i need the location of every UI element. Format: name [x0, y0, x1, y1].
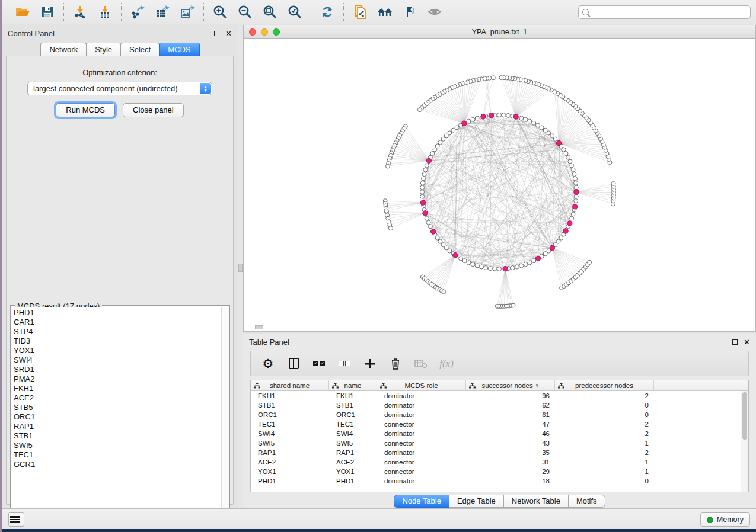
application-window: Control Panel ✕ Network Style Select MCD…: [2, 0, 756, 529]
column-header-predecessor-nodes[interactable]: predecessor nodes: [555, 380, 654, 390]
table-cell: 43: [466, 440, 555, 447]
table-cell: FKH1: [329, 392, 377, 399]
table-row[interactable]: PHD1PHD1dominator180: [251, 476, 741, 486]
vertical-split-divider[interactable]: [238, 25, 243, 508]
control-panel: Control Panel ✕ Network Style Select MCD…: [2, 25, 238, 508]
function-icon[interactable]: f(x): [439, 357, 454, 371]
mcds-result-item[interactable]: CAR1: [14, 318, 221, 327]
float-panel-icon[interactable]: [214, 31, 219, 36]
optimization-criterion-select[interactable]: largest connected component (undirected)…: [27, 82, 212, 95]
table-row[interactable]: YOX1YOX1connector291: [251, 467, 741, 476]
table-row[interactable]: STB1STB1dominator620: [251, 400, 741, 410]
mcds-result-item[interactable]: SWI5: [14, 441, 221, 450]
table-cell: ACE2: [329, 459, 377, 466]
table-cell: SWI5: [251, 440, 329, 447]
search-input[interactable]: [578, 5, 751, 19]
add-icon[interactable]: [363, 357, 377, 371]
column-header-name[interactable]: name: [329, 380, 377, 390]
optimization-criterion-label: Optimization criterion:: [7, 68, 233, 77]
mcds-result-item[interactable]: ACE2: [14, 393, 221, 403]
flag-icon[interactable]: [401, 4, 418, 20]
table-row[interactable]: TEC1TEC1connector472: [251, 419, 741, 429]
import-network-icon[interactable]: [72, 4, 88, 20]
float-panel-icon[interactable]: [732, 339, 738, 345]
gear-icon[interactable]: ⚙: [261, 357, 275, 371]
mcds-result-item[interactable]: PMA2: [14, 374, 221, 384]
table-row[interactable]: ACE2ACE2connector311: [251, 457, 741, 467]
search-icon: [582, 9, 589, 15]
table-row[interactable]: RAP1RAP1dominator352: [251, 448, 741, 457]
tab-select[interactable]: Select: [120, 43, 160, 56]
mcds-result-item[interactable]: SRD1: [14, 365, 221, 374]
export-image-icon[interactable]: [179, 4, 196, 20]
status-bar: Memory: [2, 508, 756, 529]
table-cell: 0: [555, 402, 654, 409]
column-header-shared-name[interactable]: shared name: [251, 380, 329, 390]
close-panel-icon[interactable]: ✕: [225, 31, 232, 36]
save-icon[interactable]: [39, 4, 56, 20]
mcds-result-list[interactable]: PHD1CAR1STP4TID3YOX1SWI4SRD1PMA2FKH1ACE2…: [11, 307, 221, 520]
mcds-result-item[interactable]: TEC1: [14, 450, 221, 460]
mcds-result-item[interactable]: RAP1: [14, 422, 221, 431]
zoom-selected-icon[interactable]: [286, 4, 303, 20]
houses-icon[interactable]: [377, 4, 393, 20]
network-window-titlebar[interactable]: YPA_prune.txt_1: [244, 25, 755, 39]
deselect-checkboxes-icon[interactable]: [337, 357, 352, 371]
select-all-checkboxes-icon[interactable]: ✓✓: [312, 357, 326, 371]
mcds-result-item[interactable]: STB1: [14, 431, 221, 441]
mcds-result-item[interactable]: STP4: [14, 327, 221, 336]
memory-button[interactable]: Memory: [700, 512, 750, 527]
tab-network[interactable]: Network: [40, 43, 87, 56]
mcds-result-item[interactable]: PHD1: [14, 308, 221, 318]
horizontal-split-divider[interactable]: [255, 325, 263, 329]
close-panel-icon[interactable]: ✕: [744, 339, 750, 345]
import-table-icon[interactable]: [97, 4, 113, 20]
mcds-result-item[interactable]: FKH1: [14, 384, 221, 393]
mcds-result-item[interactable]: GCR1: [14, 460, 221, 469]
table-toolbar: ⚙ ✓✓ f(x): [250, 351, 749, 376]
mcds-result-scrollbar[interactable]: [221, 307, 229, 520]
refresh-icon[interactable]: [319, 4, 336, 20]
clone-network-icon[interactable]: [352, 4, 368, 20]
task-history-button[interactable]: [8, 512, 24, 527]
table-cell: 0: [555, 477, 654, 485]
table-cell: connector: [377, 440, 466, 447]
optimization-criterion-value: largest connected component (undirected): [28, 84, 178, 93]
close-panel-button[interactable]: Close panel: [123, 103, 184, 117]
tab-node-table[interactable]: Node Table: [394, 495, 449, 508]
export-network-icon[interactable]: [129, 4, 146, 20]
table-row[interactable]: SWI5SWI5connector431: [251, 438, 741, 448]
zoom-in-icon[interactable]: [212, 4, 228, 20]
table-tabs: Node Table Edge Table Network Table Moti…: [243, 495, 756, 508]
trash-icon[interactable]: [388, 357, 403, 371]
folder-open-icon[interactable]: [14, 4, 31, 20]
column-header-successor-nodes[interactable]: successor nodes∨: [466, 380, 555, 390]
table-cell: connector: [377, 421, 466, 428]
mcds-result-item[interactable]: SWI4: [14, 355, 221, 365]
table-cell: connector: [377, 468, 466, 475]
table-row[interactable]: ORC1ORC1dominator610: [251, 410, 741, 419]
split-columns-icon[interactable]: [286, 357, 301, 371]
export-table-icon[interactable]: [154, 4, 171, 20]
network-canvas[interactable]: [244, 39, 755, 331]
eye-icon[interactable]: [426, 4, 443, 20]
table-row[interactable]: FKH1FKH1dominator962: [251, 391, 741, 400]
memory-label: Memory: [717, 515, 744, 524]
run-mcds-button[interactable]: Run MCDS: [56, 103, 115, 117]
tab-edge-table[interactable]: Edge Table: [449, 495, 504, 508]
tab-mcds[interactable]: MCDS: [159, 43, 199, 56]
mcds-result-item[interactable]: ORC1: [14, 412, 221, 422]
mcds-result-item[interactable]: TID3: [14, 336, 221, 346]
delete-table-icon[interactable]: [414, 357, 428, 371]
zoom-fit-icon[interactable]: [261, 4, 278, 20]
mcds-result-item[interactable]: STB5: [14, 403, 221, 412]
table-cell: connector: [377, 459, 466, 466]
tab-motifs[interactable]: Motifs: [569, 495, 605, 508]
table-row[interactable]: SWI4SWI4dominator462: [251, 429, 741, 438]
mcds-result-item[interactable]: YOX1: [14, 346, 221, 355]
tab-style[interactable]: Style: [86, 43, 121, 56]
zoom-out-icon[interactable]: [237, 4, 253, 20]
column-header-MCDS-role[interactable]: MCDS role: [377, 380, 466, 390]
tab-network-table[interactable]: Network Table: [504, 495, 569, 508]
table-scrollbar[interactable]: [741, 391, 748, 492]
